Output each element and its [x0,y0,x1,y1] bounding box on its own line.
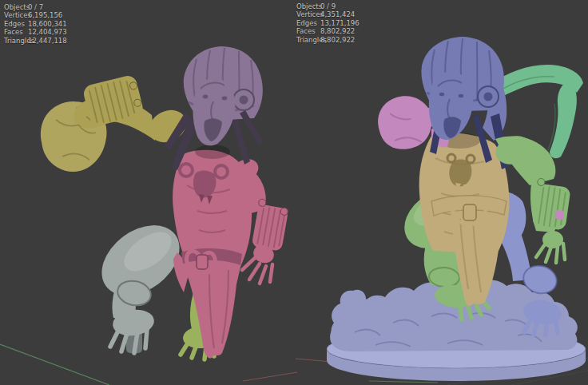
stat-value: 13,171,196 [320,19,360,27]
ear-disc-center [484,93,493,101]
stat-value: 8,802,922 [320,27,355,35]
stat-label: Edges [296,19,320,27]
stat-label: Triangles [296,36,320,44]
stat-value: 6,195,156 [28,11,62,19]
stat-row: Faces 12,404,973 [4,28,67,36]
ear-disc-center [240,96,248,105]
stat-row: Vertices 4,351,424 [296,10,360,18]
bracer-band [532,183,571,230]
stat-row: Vertices 6,195,156 [4,11,67,19]
stats-overlay-right: Objects 0 / 9 Vertices 4,351,424 Edges 1… [296,2,360,44]
stat-label: Objects [296,2,320,10]
stat-value: 12,447,118 [28,37,67,45]
stat-label: Edges [4,20,28,28]
stats-overlay-left: Objects 0 / 7 Vertices 6,195,156 Edges 1… [4,3,67,45]
stat-row: Faces 8,802,922 [296,27,360,35]
stat-row: Edges 18,600,341 [4,20,67,28]
bracer-clasp [554,210,564,220]
stat-label: Faces [4,28,28,36]
stat-row: Objects 0 / 7 [4,3,67,11]
viewport-canvas[interactable] [0,0,588,385]
stat-value: 0 / 7 [28,3,43,11]
eye-right [459,94,463,98]
stat-value: 8,802,922 [320,36,355,44]
stat-row: Objects 0 / 9 [296,2,360,10]
stat-label: Vertices [296,10,320,18]
stat-row: Triangles 8,802,922 [296,36,360,44]
eye-left [203,95,209,99]
3d-viewport[interactable]: Objects 0 / 7 Vertices 6,195,156 Edges 1… [0,0,588,385]
belt-knot-center [197,255,208,269]
stat-label: Objects [4,3,28,11]
stat-value: 4,351,424 [320,10,355,18]
neck-shadow [195,145,230,159]
eye-right [222,97,228,101]
stat-value: 18,600,341 [28,20,67,28]
stat-label: Vertices [4,11,28,19]
belt-knot-center [463,204,476,220]
stat-value: 0 / 9 [320,2,336,10]
stat-label: Faces [296,27,320,35]
eye-left [439,93,444,97]
stat-row: Triangles 12,447,118 [4,37,67,45]
stat-row: Edges 13,171,196 [296,19,360,27]
stat-value: 12,404,973 [28,28,67,36]
stat-label: Triangles [4,37,28,45]
